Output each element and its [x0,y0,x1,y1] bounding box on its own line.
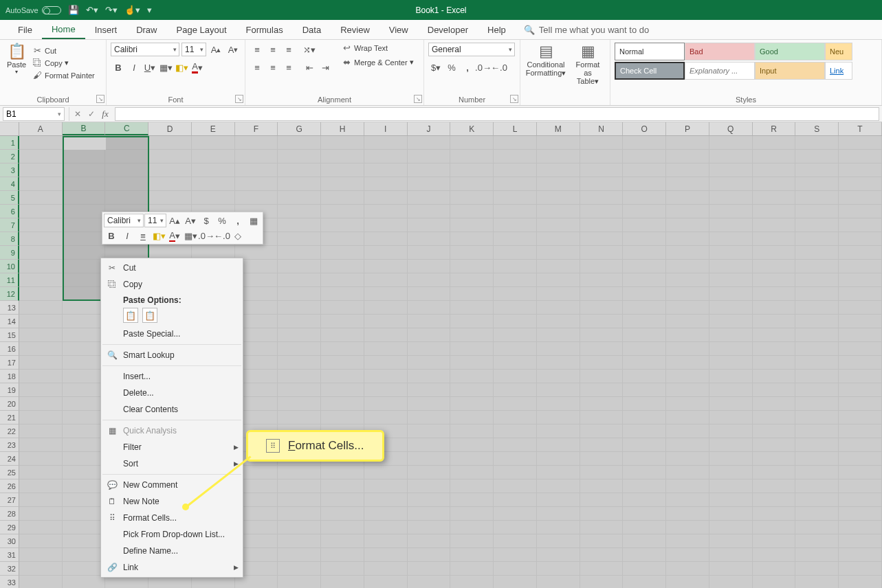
copy-button[interactable]: ⿻Copy ▾ [32,58,95,68]
row-header[interactable]: 14 [0,315,19,328]
currency-icon[interactable]: $▾ [428,60,443,74]
cell[interactable] [795,548,839,562]
cell[interactable] [63,177,106,191]
cell[interactable] [795,493,839,507]
cell[interactable] [839,218,882,232]
cell[interactable] [408,507,451,521]
cell[interactable] [537,356,580,370]
cell[interactable] [494,260,537,273]
cell[interactable] [666,205,709,218]
ctx-define-name[interactable]: Define Name... [101,543,243,559]
cell[interactable] [19,466,63,479]
cell[interactable] [795,260,839,273]
cell[interactable] [580,136,624,150]
cell[interactable] [494,287,537,301]
cell[interactable] [494,163,537,177]
cell[interactable] [580,411,624,425]
cell[interactable] [839,191,882,205]
cell[interactable] [235,136,278,150]
cell[interactable] [795,232,839,246]
mini-decrease-font-icon[interactable]: A▾ [183,214,198,227]
cell[interactable] [364,507,408,521]
col-header-I[interactable]: I [364,122,408,135]
cell[interactable] [494,562,537,576]
cell[interactable] [278,507,321,521]
cell[interactable] [321,301,364,315]
cell[interactable] [408,232,451,246]
cell[interactable] [839,425,882,438]
cell[interactable] [235,191,278,205]
tab-help[interactable]: Help [478,20,516,39]
cell[interactable] [494,370,537,383]
cell[interactable] [709,287,753,301]
cell[interactable] [795,466,839,479]
format-as-table-button[interactable]: ▦ Format asTable▾ [570,43,606,87]
cell[interactable] [839,466,882,479]
font-size-select[interactable]: 11 [181,43,206,56]
cell[interactable] [63,205,106,218]
cell[interactable] [623,548,666,562]
cell[interactable] [450,136,494,150]
cell[interactable] [278,411,321,425]
cell[interactable] [450,370,494,383]
cell[interactable] [537,425,580,438]
cell[interactable] [192,177,235,191]
cell[interactable] [666,342,709,356]
mini-increase-font-icon[interactable]: A▴ [167,214,182,227]
cell[interactable] [666,273,709,287]
cell[interactable] [623,356,666,370]
cell[interactable] [580,356,624,370]
cell[interactable] [623,425,666,438]
cell[interactable] [666,301,709,315]
cell[interactable] [494,397,537,411]
cell[interactable] [364,411,408,425]
col-header-C[interactable]: C [105,122,148,135]
cell[interactable] [364,383,408,397]
row-header[interactable]: 8 [0,232,19,246]
cell[interactable] [795,576,839,588]
style-link[interactable]: Link [825,62,852,80]
mini-underline-button[interactable]: ≡ [135,229,151,242]
font-dialog-launcher[interactable]: ↘ [235,95,243,103]
cell[interactable] [537,479,580,493]
ctx-link[interactable]: 🔗Link▶ [101,559,243,576]
cell[interactable] [494,246,537,260]
cell[interactable] [408,260,451,273]
cell[interactable] [666,411,709,425]
cell[interactable] [709,218,753,232]
cell[interactable] [709,136,753,150]
cell[interactable] [278,232,321,246]
align-left-icon[interactable]: ≡ [250,60,265,74]
cell[interactable] [839,438,882,452]
cell[interactable] [19,246,63,260]
cell[interactable] [494,328,537,342]
cell[interactable] [795,356,839,370]
cell[interactable] [19,177,63,191]
font-name-select[interactable]: Calibri [111,43,179,56]
mini-fill-color-icon[interactable]: ◧▾ [151,229,166,242]
align-top-icon[interactable]: ≡ [250,43,265,56]
ctx-new-note[interactable]: 🗒New Note [101,493,243,510]
cell[interactable] [839,205,882,218]
cell[interactable] [709,163,753,177]
cell[interactable] [753,205,796,218]
bold-button[interactable]: B [111,60,126,74]
cell[interactable] [839,163,882,177]
cell[interactable] [580,205,624,218]
cell[interactable] [709,425,753,438]
cell[interactable] [148,163,192,177]
cell[interactable] [63,397,106,411]
tab-data[interactable]: Data [293,20,331,39]
cell[interactable] [494,273,537,287]
cell[interactable] [537,370,580,383]
cell[interactable] [666,479,709,493]
cell[interactable] [19,150,63,163]
underline-button[interactable]: U▾ [142,60,157,74]
cell[interactable] [494,521,537,534]
cell[interactable] [795,136,839,150]
mini-dec-decimal-icon[interactable]: ←.0 [214,229,230,242]
cell[interactable] [580,452,624,466]
ctx-format-cells[interactable]: ⠿Format Cells... [101,510,243,526]
cell[interactable] [795,191,839,205]
cell[interactable] [666,177,709,191]
